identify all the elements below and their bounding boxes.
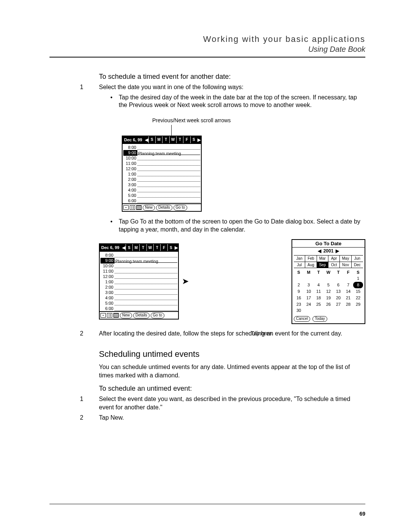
day-14[interactable]: 14 <box>343 288 353 295</box>
day-29[interactable]: 29 <box>353 301 363 308</box>
goto-button[interactable]: Go to <box>174 205 187 211</box>
day-18[interactable]: 18 <box>314 295 323 301</box>
time-line[interactable] <box>137 199 200 203</box>
day-12[interactable]: 12 <box>323 288 333 295</box>
day-header-6[interactable]: S <box>190 136 197 143</box>
week-view-icon[interactable] <box>107 313 112 318</box>
day-28[interactable]: 28 <box>343 301 353 308</box>
prev-year-arrow-icon[interactable]: ◀ <box>315 248 323 254</box>
day-header-2[interactable]: T <box>162 136 169 143</box>
day-10[interactable]: 10 <box>304 288 314 295</box>
time-slot[interactable]: 10:00 <box>100 263 115 269</box>
time-line[interactable] <box>137 145 200 150</box>
time-slot[interactable]: 3:00 <box>123 182 137 188</box>
time-line[interactable] <box>115 301 177 305</box>
today-button[interactable]: Today <box>312 316 327 322</box>
new-button[interactable]: New <box>143 205 155 211</box>
details-button[interactable]: Details <box>133 313 150 318</box>
time-line[interactable] <box>115 296 177 300</box>
time-slot[interactable]: 9:00 <box>100 258 115 264</box>
time-slot[interactable]: 3:00 <box>100 290 115 296</box>
time-slot[interactable]: 4:00 <box>100 295 115 301</box>
time-line[interactable] <box>137 177 200 182</box>
day-11[interactable]: 11 <box>314 288 323 295</box>
day-header-4[interactable]: T <box>176 136 183 143</box>
goto-button[interactable]: Go to <box>151 313 164 318</box>
day-2[interactable]: 2 <box>294 282 304 288</box>
time-slot[interactable]: 12:00 <box>100 274 115 280</box>
month-nov[interactable]: Nov <box>340 262 351 268</box>
month-view-icon[interactable] <box>136 205 142 210</box>
month-jun[interactable]: Jun <box>352 256 363 262</box>
time-line[interactable] <box>137 193 200 198</box>
day-13[interactable]: 13 <box>333 288 343 295</box>
time-slot[interactable]: 2:00 <box>100 284 115 290</box>
month-feb[interactable]: Feb <box>305 256 317 262</box>
day-16[interactable]: 16 <box>294 295 304 301</box>
prev-week-arrow-icon[interactable]: ◀ <box>122 244 126 251</box>
day-5[interactable]: 5 <box>323 282 333 288</box>
month-jul[interactable]: Jul <box>294 262 305 268</box>
day-view-icon[interactable] <box>100 313 106 318</box>
time-slot[interactable]: 2:00 <box>123 177 137 182</box>
time-line[interactable] <box>137 156 200 160</box>
day-header-3[interactable]: W <box>169 136 176 143</box>
time-slot[interactable]: 8:00 <box>100 252 115 258</box>
new-button[interactable]: New <box>120 313 132 318</box>
prev-week-arrow-icon[interactable]: ◀ <box>145 136 148 143</box>
week-view-icon[interactable] <box>130 205 135 210</box>
cancel-button[interactable]: Cancel <box>294 316 310 322</box>
day-20[interactable]: 20 <box>333 295 343 301</box>
day-header-4[interactable]: T <box>153 244 160 251</box>
month-sep[interactable]: Sep <box>317 262 328 268</box>
time-line[interactable] <box>115 264 177 268</box>
time-slot[interactable]: 12:00 <box>123 166 137 172</box>
day-header-5[interactable]: F <box>183 136 190 143</box>
month-view-icon[interactable] <box>113 313 119 318</box>
time-slot[interactable]: 9:00 <box>123 150 137 156</box>
day-15[interactable]: 15 <box>353 288 363 295</box>
event-entry[interactable]: Planning team meeting <box>137 151 200 155</box>
day-6[interactable]: 6 <box>333 282 343 288</box>
month-apr[interactable]: Apr <box>328 256 340 262</box>
time-line[interactable] <box>115 253 177 257</box>
time-line[interactable] <box>137 167 200 171</box>
day-header-1[interactable]: M <box>155 136 162 143</box>
month-jan[interactable]: Jan <box>294 256 305 262</box>
time-line[interactable] <box>115 275 177 279</box>
day-21[interactable]: 21 <box>343 295 353 301</box>
event-entry[interactable]: Planning team meeting <box>115 259 177 263</box>
time-line[interactable] <box>115 285 177 289</box>
day-header-5[interactable]: F <box>160 244 167 251</box>
month-mar[interactable]: Mar <box>317 256 328 262</box>
datebook-date[interactable]: Dec 6, 99 <box>100 244 122 251</box>
time-slot[interactable]: 5:00 <box>100 300 115 306</box>
time-slot[interactable]: 6:00 <box>100 306 115 312</box>
next-week-arrow-icon[interactable]: ▶ <box>174 244 178 251</box>
time-slot[interactable]: 6:00 <box>123 198 137 204</box>
day-8[interactable]: 8 <box>353 282 363 288</box>
time-slot[interactable]: 5:00 <box>123 193 137 198</box>
day-27[interactable]: 27 <box>333 301 343 308</box>
day-26[interactable]: 26 <box>323 301 333 308</box>
time-line[interactable] <box>137 172 200 176</box>
time-slot[interactable]: 8:00 <box>123 145 137 150</box>
day-23[interactable]: 23 <box>294 301 304 308</box>
month-aug[interactable]: Aug <box>305 262 317 268</box>
time-line[interactable] <box>115 269 177 273</box>
day-1[interactable]: 1 <box>353 275 363 282</box>
month-may[interactable]: May <box>340 256 351 262</box>
time-line[interactable] <box>115 291 177 295</box>
time-line[interactable] <box>115 307 177 311</box>
details-button[interactable]: Details <box>156 205 172 211</box>
day-view-icon[interactable] <box>123 205 129 210</box>
day-header-2[interactable]: T <box>139 244 146 251</box>
month-dec[interactable]: Dec <box>352 262 363 268</box>
day-24[interactable]: 24 <box>304 301 314 308</box>
next-year-arrow-icon[interactable]: ▶ <box>333 248 341 254</box>
month-oct[interactable]: Oct <box>328 262 340 268</box>
day-9[interactable]: 9 <box>294 288 304 295</box>
day-3[interactable]: 3 <box>304 282 314 288</box>
day-header-6[interactable]: S <box>167 244 174 251</box>
time-line[interactable] <box>137 183 200 187</box>
